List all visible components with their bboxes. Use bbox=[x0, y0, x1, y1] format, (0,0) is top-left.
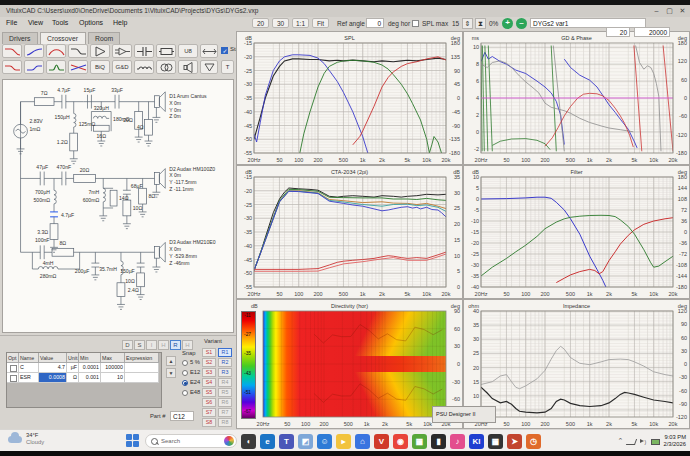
table-cell[interactable] bbox=[7, 363, 19, 373]
variant-s7-button[interactable]: S7 bbox=[202, 408, 216, 417]
wire-tool-button[interactable] bbox=[200, 44, 218, 58]
people-icon[interactable]: ☺ bbox=[317, 434, 332, 449]
snap-e24-radio[interactable] bbox=[182, 380, 188, 386]
maximize-button[interactable]: ▢ bbox=[664, 6, 675, 16]
close-button[interactable]: ✕ bbox=[677, 6, 688, 16]
menu-file[interactable]: File bbox=[6, 19, 17, 26]
gd-phase-chart[interactable]: GD & Phasemsdeg1086420-2180120600-60-120… bbox=[463, 31, 690, 165]
table-cell[interactable]: 0.001 bbox=[79, 373, 101, 383]
row-up-button[interactable]: ▲ bbox=[166, 356, 176, 366]
store-icon[interactable]: ⌂ bbox=[355, 434, 370, 449]
photos-icon[interactable]: ◩ bbox=[298, 434, 313, 449]
snap-e48-radio[interactable] bbox=[182, 390, 188, 396]
filter-chart[interactable]: FilterdBdeg1050-5-10-15-20-25-30-35-4018… bbox=[463, 165, 690, 299]
mode-i-button[interactable]: I bbox=[146, 340, 157, 350]
highshelf-block-button[interactable] bbox=[24, 60, 44, 74]
stretch-checkbox[interactable] bbox=[221, 47, 228, 54]
u8-block-button[interactable]: U8 bbox=[178, 44, 198, 58]
table-cell[interactable]: 0.0008 bbox=[39, 373, 67, 383]
menu-view[interactable]: View bbox=[28, 19, 43, 26]
zoom-20-button[interactable]: 20 bbox=[252, 18, 269, 28]
chrome-icon[interactable]: ◉ bbox=[393, 434, 408, 449]
highpass-block-button[interactable] bbox=[24, 44, 44, 58]
battery-icon[interactable] bbox=[651, 437, 659, 445]
table-cell[interactable]: µF bbox=[67, 363, 79, 373]
menu-help[interactable]: Help bbox=[113, 19, 127, 26]
bandpass-block-button[interactable] bbox=[46, 44, 66, 58]
table-cell[interactable]: 10 bbox=[101, 373, 125, 383]
variant-r2-button[interactable]: R2 bbox=[218, 358, 232, 367]
transformer-button[interactable] bbox=[156, 60, 176, 74]
opamp-block-button[interactable] bbox=[112, 44, 132, 58]
snap-e12-radio[interactable] bbox=[182, 370, 188, 376]
table-cell[interactable] bbox=[125, 363, 159, 373]
table-row[interactable]: ESR0.0008Ω0.00110 bbox=[7, 373, 161, 383]
part-number-field[interactable]: C12 bbox=[170, 411, 194, 421]
variant-r5-button[interactable]: R5 bbox=[218, 388, 232, 397]
allpass-block-button[interactable] bbox=[68, 60, 88, 74]
freq-min-input[interactable]: 20 bbox=[606, 27, 630, 37]
volume-icon[interactable]: ) bbox=[639, 437, 647, 445]
table-cell[interactable] bbox=[125, 373, 159, 383]
search-box[interactable]: Search bbox=[145, 434, 237, 448]
add-variant-button[interactable]: + bbox=[502, 18, 513, 29]
opt-checkbox[interactable] bbox=[10, 365, 17, 372]
tab-drivers[interactable]: Drivers bbox=[2, 32, 38, 44]
table-cell[interactable]: ESR bbox=[19, 373, 39, 383]
capacitor-button[interactable] bbox=[134, 44, 154, 58]
vituixcad-icon[interactable]: V bbox=[374, 434, 389, 449]
opt-checkbox[interactable] bbox=[10, 375, 17, 382]
clock[interactable]: 9:03 PM 2/3/2026 bbox=[663, 434, 686, 448]
remove-variant-button[interactable]: – bbox=[516, 18, 527, 29]
lowshelf-block-button[interactable] bbox=[2, 60, 22, 74]
polarity-button[interactable] bbox=[200, 60, 218, 74]
cta-2034-chart[interactable]: CTA-2034 (2pi)dBdB-15-20-25-30-35-40-45-… bbox=[236, 165, 463, 299]
table-cell[interactable]: 0.0001 bbox=[79, 363, 101, 373]
file-explorer-icon[interactable]: ▸ bbox=[336, 434, 351, 449]
menu-options[interactable]: Options bbox=[79, 19, 103, 26]
edge-icon[interactable]: e bbox=[260, 434, 275, 449]
minimize-button[interactable]: – bbox=[651, 6, 662, 16]
mode-d-button[interactable]: D bbox=[122, 340, 133, 350]
shelf-block-button[interactable] bbox=[68, 44, 88, 58]
text-tool-button[interactable]: T bbox=[221, 60, 234, 74]
variant-s1-button[interactable]: S1 bbox=[202, 348, 216, 357]
snap-5pct-radio[interactable] bbox=[182, 360, 188, 366]
variant-r8-button[interactable]: R8 bbox=[218, 418, 232, 427]
psu-designer-window[interactable]: PSU Designer II bbox=[432, 406, 496, 423]
optimizer-updown-button[interactable]: ⇕ bbox=[462, 18, 473, 29]
variant-r4-button[interactable]: R4 bbox=[218, 378, 232, 387]
table-row[interactable]: C4.7µF0.0001100000 bbox=[7, 363, 161, 373]
table-cell[interactable]: 100000 bbox=[101, 363, 125, 373]
plugin-grid-icon[interactable]: ▦ bbox=[488, 434, 503, 449]
variant-r1-button[interactable]: R1 bbox=[218, 348, 232, 357]
row-down-button[interactable]: ▼ bbox=[166, 368, 176, 378]
zoom-1to1-button[interactable]: 1:1 bbox=[292, 18, 309, 28]
zoom-30-button[interactable]: 30 bbox=[272, 18, 289, 28]
variant-s2-button[interactable]: S2 bbox=[202, 358, 216, 367]
impedance-chart[interactable]: Impedanceohmdeg4035302520151051209060300… bbox=[463, 299, 690, 429]
tab-room[interactable]: Room bbox=[88, 32, 120, 44]
resistor-button[interactable] bbox=[156, 44, 176, 58]
ref-angle-input[interactable]: 0 bbox=[366, 18, 384, 28]
copilot-icon[interactable]: ◖ bbox=[241, 434, 256, 449]
lowpass-block-button[interactable] bbox=[2, 44, 22, 58]
table-cell[interactable]: 4.7 bbox=[39, 363, 67, 373]
menu-tools[interactable]: Tools bbox=[52, 19, 68, 26]
speedtest-icon[interactable]: ◷ bbox=[526, 434, 541, 449]
table-cell[interactable] bbox=[7, 373, 19, 383]
inductor-button[interactable] bbox=[134, 60, 154, 74]
variant-r3-button[interactable]: R3 bbox=[218, 368, 232, 377]
variant-r6-button[interactable]: R6 bbox=[218, 398, 232, 407]
variant-r7-button[interactable]: R7 bbox=[218, 408, 232, 417]
mode-r-button[interactable]: R bbox=[170, 340, 181, 350]
network-icon[interactable] bbox=[627, 437, 635, 445]
schematic-canvas[interactable]: 2.83V 1mΩ 7Ω 4.7µF 15µF 33µF 150µH 125mΩ… bbox=[2, 79, 234, 333]
audio-app-icon[interactable]: ▮ bbox=[431, 434, 446, 449]
table-cell[interactable]: C bbox=[19, 363, 39, 373]
mode-h1-button[interactable]: H bbox=[158, 340, 169, 350]
variant-s4-button[interactable]: S4 bbox=[202, 378, 216, 387]
buffer-block-button[interactable] bbox=[90, 44, 110, 58]
designer-icon[interactable]: ➤ bbox=[507, 434, 522, 449]
table-cell[interactable]: Ω bbox=[67, 373, 79, 383]
